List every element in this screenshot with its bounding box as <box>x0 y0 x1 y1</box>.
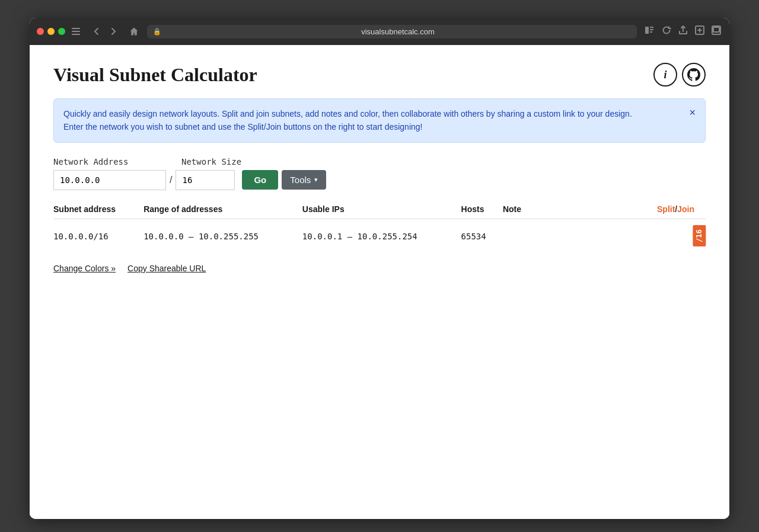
github-icon <box>687 68 700 81</box>
note-cell[interactable] <box>503 219 657 254</box>
svg-rect-0 <box>72 28 80 29</box>
svg-rect-6 <box>650 31 652 33</box>
reader-mode-button[interactable] <box>643 24 656 39</box>
subnet-badge[interactable]: /16 <box>693 225 706 246</box>
address-label: Network Address <box>53 157 172 166</box>
browser-actions <box>643 24 722 39</box>
table-row: 10.0.0.0/16 10.0.0.0 – 10.0.255.255 10.0… <box>53 219 706 254</box>
share-button[interactable] <box>677 24 689 39</box>
traffic-light-maximize[interactable] <box>58 28 65 35</box>
svg-rect-2 <box>72 34 80 35</box>
svg-rect-5 <box>650 29 653 30</box>
browser-chrome: 🔒 visualsubnetcalc.com <box>30 18 729 45</box>
go-button[interactable]: Go <box>242 170 278 190</box>
hosts-cell: 65534 <box>461 219 503 254</box>
copy-url-link[interactable]: Copy Shareable URL <box>127 264 206 273</box>
usable-cell: 10.0.0.1 – 10.0.255.254 <box>302 219 461 254</box>
home-button[interactable] <box>127 25 141 37</box>
subnet-table-body: 10.0.0.0/16 10.0.0.0 – 10.0.255.255 10.0… <box>53 219 706 254</box>
input-row: 10.0.0.0 / 16 Go Tools ▾ <box>53 170 706 190</box>
new-tab-button[interactable] <box>694 24 706 39</box>
traffic-lights <box>37 28 65 35</box>
info-banner-text: Quickly and easily design network layout… <box>63 107 632 134</box>
svg-rect-9 <box>713 27 719 32</box>
svg-rect-4 <box>650 27 653 28</box>
col-header-split-join: Split/Join <box>657 200 706 219</box>
size-label: Network Size <box>181 157 241 166</box>
info-banner: Quickly and easily design network layout… <box>53 98 706 143</box>
join-link[interactable]: Join <box>677 204 694 214</box>
network-size-input[interactable]: 16 <box>176 170 235 190</box>
col-header-subnet: Subnet address <box>53 200 143 219</box>
svg-rect-1 <box>72 31 80 32</box>
sidebar-toggle-icon[interactable] <box>71 27 81 36</box>
footer-links: Change Colors » Copy Shareable URL <box>53 264 706 273</box>
forward-button[interactable] <box>107 26 120 37</box>
tools-caret-icon: ▾ <box>314 176 318 184</box>
network-address-input[interactable]: 10.0.0.0 <box>53 170 166 190</box>
address-bar-container[interactable]: 🔒 visualsubnetcalc.com <box>147 25 637 39</box>
split-join-cell: /16 <box>657 219 706 254</box>
tools-label: Tools <box>290 175 311 185</box>
subnet-address-cell: 10.0.0.0/16 <box>53 219 143 254</box>
header-icons: i <box>653 63 706 86</box>
info-banner-line2: Enter the network you wish to subnet and… <box>63 120 632 133</box>
col-header-hosts: Hosts <box>461 200 503 219</box>
svg-rect-3 <box>645 27 649 34</box>
lock-icon: 🔒 <box>153 28 161 36</box>
browser-window: 🔒 visualsubnetcalc.com <box>30 18 729 519</box>
tools-button[interactable]: Tools ▾ <box>282 170 326 190</box>
change-colors-link[interactable]: Change Colors » <box>53 264 116 273</box>
banner-close-button[interactable]: × <box>682 107 696 118</box>
split-link[interactable]: Split <box>657 204 675 214</box>
reload-button[interactable] <box>661 24 672 39</box>
github-button[interactable] <box>682 63 706 86</box>
page-title: Visual Subnet Calculator <box>53 64 257 86</box>
back-button[interactable] <box>90 26 103 37</box>
page-header: Visual Subnet Calculator i <box>53 63 706 86</box>
range-cell: 10.0.0.0 – 10.0.255.255 <box>143 219 302 254</box>
col-header-range: Range of addresses <box>143 200 302 219</box>
slash-divider: / <box>166 175 176 185</box>
col-header-usable: Usable IPs <box>302 200 461 219</box>
info-button[interactable]: i <box>653 63 677 86</box>
traffic-light-close[interactable] <box>37 28 44 35</box>
subnet-table: Subnet address Range of addresses Usable… <box>53 200 706 254</box>
address-bar: visualsubnetcalc.com <box>165 27 631 36</box>
browser-controls <box>90 26 120 37</box>
network-input-section: Network Address Network Size 10.0.0.0 / … <box>53 157 706 190</box>
table-header-row: Subnet address Range of addresses Usable… <box>53 200 706 219</box>
col-header-note: Note <box>503 200 657 219</box>
traffic-light-minimize[interactable] <box>47 28 55 35</box>
info-banner-line1: Quickly and easily design network layout… <box>63 107 632 120</box>
input-labels: Network Address Network Size <box>53 157 706 166</box>
page-content: Visual Subnet Calculator i Quickly and e… <box>30 45 729 519</box>
tabs-button[interactable] <box>710 24 722 39</box>
